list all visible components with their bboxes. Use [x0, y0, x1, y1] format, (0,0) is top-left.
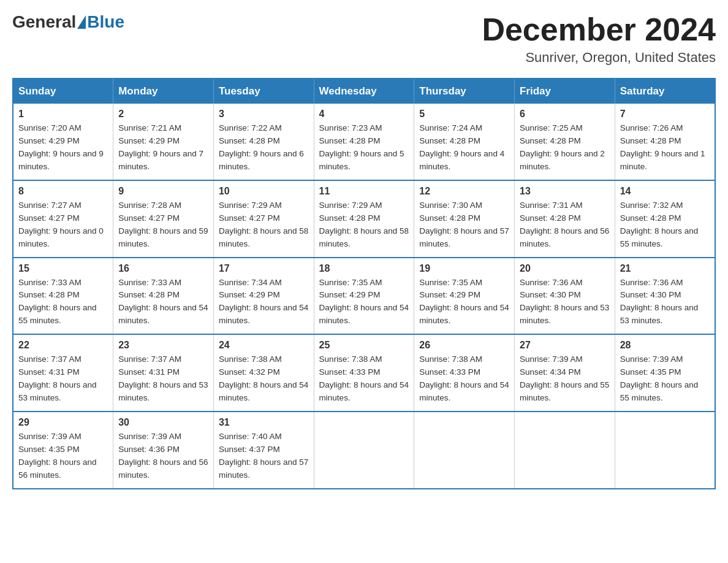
day-number: 9 [118, 186, 208, 197]
sunset-label: Sunset: 4:33 PM [419, 367, 480, 377]
sunrise-label: Sunrise: 7:37 AM [118, 354, 181, 364]
calendar-table: Sunday Monday Tuesday Wednesday Thursday… [12, 78, 716, 489]
weekday-header-row: Sunday Monday Tuesday Wednesday Thursday… [13, 79, 715, 104]
daylight-label: Daylight: 8 hours and 58 minutes. [219, 226, 308, 248]
day-info: Sunrise: 7:39 AM Sunset: 4:34 PM Dayligh… [520, 353, 610, 405]
sunrise-label: Sunrise: 7:35 AM [419, 278, 482, 287]
page-header: General Blue December 2024 Sunriver, Ore… [12, 12, 716, 66]
sunrise-label: Sunrise: 7:40 AM [219, 432, 282, 441]
sunrise-label: Sunrise: 7:25 AM [520, 123, 583, 132]
day-info: Sunrise: 7:39 AM Sunset: 4:35 PM Dayligh… [620, 353, 710, 405]
table-row: 23 Sunrise: 7:37 AM Sunset: 4:31 PM Dayl… [113, 334, 214, 412]
table-row: 20 Sunrise: 7:36 AM Sunset: 4:30 PM Dayl… [515, 258, 615, 335]
header-wednesday: Wednesday [314, 79, 414, 104]
sunset-label: Sunset: 4:32 PM [219, 367, 280, 377]
month-title: December 2024 [482, 12, 716, 47]
sunrise-label: Sunrise: 7:31 AM [520, 201, 583, 210]
table-row [615, 412, 715, 489]
daylight-label: Daylight: 8 hours and 57 minutes. [219, 458, 308, 480]
day-info: Sunrise: 7:40 AM Sunset: 4:37 PM Dayligh… [219, 431, 309, 482]
day-number: 13 [520, 186, 610, 197]
daylight-label: Daylight: 8 hours and 54 minutes. [319, 380, 409, 402]
sunset-label: Sunset: 4:31 PM [118, 367, 180, 377]
sunset-label: Sunset: 4:28 PM [319, 213, 381, 223]
sunrise-label: Sunrise: 7:38 AM [219, 354, 282, 364]
daylight-label: Daylight: 9 hours and 5 minutes. [319, 149, 404, 171]
day-number: 22 [18, 340, 108, 351]
sunrise-label: Sunrise: 7:23 AM [319, 123, 382, 132]
sunset-label: Sunset: 4:35 PM [18, 445, 80, 454]
table-row: 18 Sunrise: 7:35 AM Sunset: 4:29 PM Dayl… [314, 258, 414, 335]
logo-triangle-icon [77, 15, 86, 29]
daylight-label: Daylight: 8 hours and 59 minutes. [118, 226, 208, 248]
day-info: Sunrise: 7:26 AM Sunset: 4:28 PM Dayligh… [620, 122, 710, 174]
day-info: Sunrise: 7:27 AM Sunset: 4:27 PM Dayligh… [18, 199, 108, 251]
sunrise-label: Sunrise: 7:36 AM [520, 278, 583, 287]
daylight-label: Daylight: 9 hours and 6 minutes. [219, 149, 304, 171]
daylight-label: Daylight: 8 hours and 58 minutes. [319, 226, 409, 248]
day-number: 19 [419, 263, 509, 274]
day-number: 27 [520, 340, 610, 351]
daylight-label: Daylight: 8 hours and 56 minutes. [18, 458, 97, 480]
sunset-label: Sunset: 4:29 PM [319, 290, 381, 299]
logo-blue-text: Blue [87, 12, 124, 32]
table-row: 27 Sunrise: 7:39 AM Sunset: 4:34 PM Dayl… [515, 334, 615, 412]
location-text: Sunriver, Oregon, United States [482, 50, 716, 66]
sunset-label: Sunset: 4:30 PM [520, 290, 581, 299]
day-number: 11 [319, 186, 409, 197]
daylight-label: Daylight: 8 hours and 53 minutes. [620, 303, 699, 325]
daylight-label: Daylight: 9 hours and 4 minutes. [419, 149, 504, 171]
sunrise-label: Sunrise: 7:28 AM [118, 201, 181, 210]
day-info: Sunrise: 7:37 AM Sunset: 4:31 PM Dayligh… [118, 353, 208, 405]
day-info: Sunrise: 7:38 AM Sunset: 4:32 PM Dayligh… [219, 353, 309, 405]
table-row: 16 Sunrise: 7:33 AM Sunset: 4:28 PM Dayl… [113, 258, 214, 335]
logo-general-text: General [12, 12, 76, 32]
sunset-label: Sunset: 4:37 PM [219, 445, 280, 454]
day-number: 10 [219, 186, 309, 197]
sunset-label: Sunset: 4:31 PM [18, 367, 80, 377]
sunrise-label: Sunrise: 7:22 AM [219, 123, 282, 132]
table-row: 22 Sunrise: 7:37 AM Sunset: 4:31 PM Dayl… [13, 334, 113, 412]
day-info: Sunrise: 7:36 AM Sunset: 4:30 PM Dayligh… [520, 277, 610, 328]
sunset-label: Sunset: 4:34 PM [520, 367, 581, 377]
table-row: 7 Sunrise: 7:26 AM Sunset: 4:28 PM Dayli… [615, 104, 715, 180]
table-row: 1 Sunrise: 7:20 AM Sunset: 4:29 PM Dayli… [13, 104, 113, 180]
sunset-label: Sunset: 4:29 PM [219, 290, 280, 299]
sunrise-label: Sunrise: 7:33 AM [118, 278, 181, 287]
sunset-label: Sunset: 4:27 PM [118, 213, 180, 223]
table-row: 8 Sunrise: 7:27 AM Sunset: 4:27 PM Dayli… [13, 180, 113, 258]
calendar-week-row: 29 Sunrise: 7:39 AM Sunset: 4:35 PM Dayl… [13, 412, 715, 489]
table-row [515, 412, 615, 489]
daylight-label: Daylight: 8 hours and 54 minutes. [419, 303, 509, 325]
daylight-label: Daylight: 9 hours and 2 minutes. [520, 149, 605, 171]
day-number: 3 [219, 109, 309, 120]
calendar-week-row: 22 Sunrise: 7:37 AM Sunset: 4:31 PM Dayl… [13, 334, 715, 412]
sunset-label: Sunset: 4:28 PM [620, 136, 681, 145]
calendar-week-row: 1 Sunrise: 7:20 AM Sunset: 4:29 PM Dayli… [13, 104, 715, 180]
day-info: Sunrise: 7:32 AM Sunset: 4:28 PM Dayligh… [620, 199, 710, 251]
table-row: 13 Sunrise: 7:31 AM Sunset: 4:28 PM Dayl… [515, 180, 615, 258]
daylight-label: Daylight: 8 hours and 53 minutes. [18, 380, 97, 402]
table-row: 15 Sunrise: 7:33 AM Sunset: 4:28 PM Dayl… [13, 258, 113, 335]
day-number: 24 [219, 340, 309, 351]
table-row: 29 Sunrise: 7:39 AM Sunset: 4:35 PM Dayl… [13, 412, 113, 489]
sunset-label: Sunset: 4:29 PM [118, 136, 180, 145]
table-row: 31 Sunrise: 7:40 AM Sunset: 4:37 PM Dayl… [213, 412, 314, 489]
day-info: Sunrise: 7:35 AM Sunset: 4:29 PM Dayligh… [419, 277, 509, 328]
daylight-label: Daylight: 8 hours and 55 minutes. [520, 380, 609, 402]
day-number: 30 [118, 417, 208, 428]
sunrise-label: Sunrise: 7:36 AM [620, 278, 683, 287]
daylight-label: Daylight: 8 hours and 55 minutes. [18, 303, 97, 325]
day-info: Sunrise: 7:21 AM Sunset: 4:29 PM Dayligh… [118, 122, 208, 174]
sunset-label: Sunset: 4:28 PM [520, 136, 581, 145]
day-number: 26 [419, 340, 509, 351]
sunrise-label: Sunrise: 7:24 AM [419, 123, 482, 132]
sunrise-label: Sunrise: 7:27 AM [18, 201, 82, 210]
daylight-label: Daylight: 8 hours and 55 minutes. [620, 226, 699, 248]
sunset-label: Sunset: 4:29 PM [18, 136, 80, 145]
daylight-label: Daylight: 8 hours and 54 minutes. [419, 380, 509, 402]
day-info: Sunrise: 7:23 AM Sunset: 4:28 PM Dayligh… [319, 122, 409, 174]
table-row: 5 Sunrise: 7:24 AM Sunset: 4:28 PM Dayli… [414, 104, 515, 180]
sunset-label: Sunset: 4:28 PM [319, 136, 381, 145]
header-saturday: Saturday [615, 79, 715, 104]
